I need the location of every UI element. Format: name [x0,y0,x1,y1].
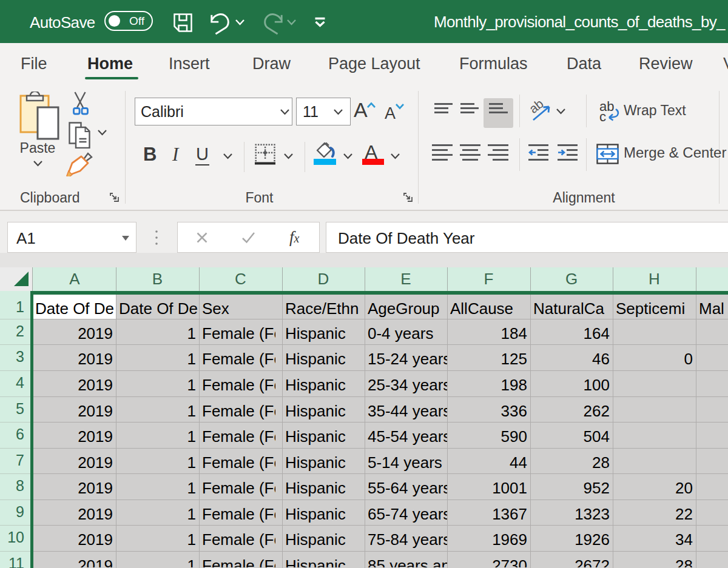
svg-text:c: c [599,109,606,124]
